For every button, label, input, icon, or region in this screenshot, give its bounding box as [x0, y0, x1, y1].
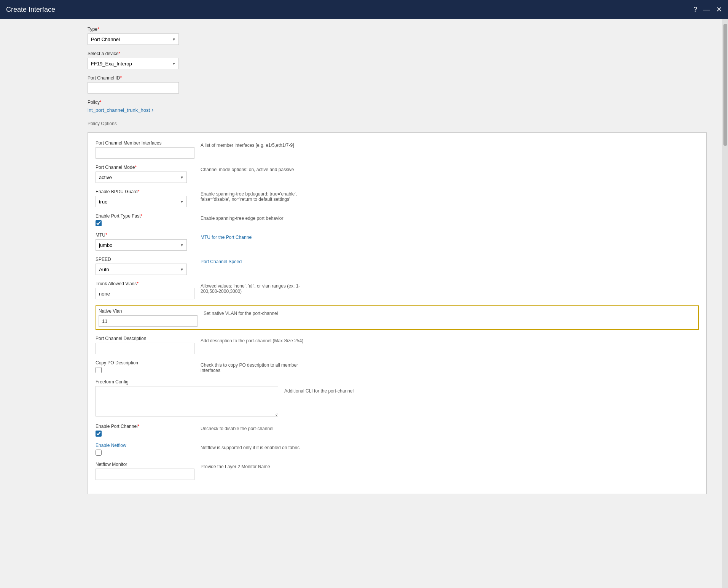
port-channel-mode-hint: Channel mode options: on, active and pas…	[201, 165, 315, 172]
enable-netflow-row: Enable Netflow Netflow is supported only…	[96, 443, 699, 456]
netflow-monitor-hint: Provide the Layer 2 Monitor Name	[201, 462, 315, 469]
bpdu-guard-label: Enable BPDU Guard*	[96, 189, 194, 194]
policy-options-row: Policy Options	[88, 119, 707, 126]
netflow-monitor-input[interactable]	[96, 469, 194, 480]
mtu-row: MTU* jumbo default 9216 1500 ▼ MTU for t…	[96, 232, 699, 251]
speed-wrapper[interactable]: Auto 100 1000 10000 40000 100000 ▼	[96, 264, 187, 275]
port-channel-description-hint: Add description to the port-channel (Max…	[201, 336, 315, 343]
port-channel-mode-left: Port Channel Mode* active on passive ▼	[96, 165, 194, 183]
bpdu-guard-select[interactable]: true false no	[96, 196, 187, 207]
bpdu-guard-left: Enable BPDU Guard* true false no ▼	[96, 189, 194, 207]
bpdu-guard-hint: Enable spanning-tree bpduguard: true='en…	[201, 189, 315, 202]
dialog-title: Create Interface	[6, 6, 55, 14]
enable-netflow-left: Enable Netflow	[96, 443, 194, 456]
enable-netflow-checkbox[interactable]	[96, 450, 102, 456]
port-type-fast-row: Enable Port Type Fast* Enable spanning-t…	[96, 213, 699, 226]
port-channel-mode-select[interactable]: active on passive	[96, 172, 187, 183]
policy-value-row: int_port_channel_trunk_host ›	[88, 106, 707, 113]
policy-field-row: Policy* int_port_channel_trunk_host ›	[88, 100, 707, 113]
enable-port-channel-hint: Uncheck to disable the port-channel	[201, 424, 315, 431]
title-bar: Create Interface ? — ✕	[0, 0, 728, 19]
copy-po-description-row: Copy PO Description Check this to copy P…	[96, 360, 699, 373]
type-select-wrapper[interactable]: Port Channel Ethernet Loopback SVI Subin…	[88, 33, 179, 45]
native-vlan-row: Native Vlan Set native VLAN for the port…	[96, 305, 699, 330]
native-vlan-left: Native Vlan	[99, 308, 198, 327]
mtu-wrapper[interactable]: jumbo default 9216 1500 ▼	[96, 239, 187, 251]
trunk-allowed-vlans-hint: Allowed values: 'none', 'all', or vlan r…	[201, 281, 315, 294]
port-type-fast-checkbox[interactable]	[96, 220, 102, 226]
port-channel-description-left: Port Channel Description	[96, 336, 194, 354]
port-channel-description-row: Port Channel Description Add description…	[96, 336, 699, 354]
bpdu-guard-row: Enable BPDU Guard* true false no ▼ Enabl…	[96, 189, 699, 207]
speed-select[interactable]: Auto 100 1000 10000 40000 100000	[96, 264, 187, 275]
speed-hint: Port Channel Speed	[201, 257, 315, 264]
port-channel-id-input[interactable]: 502	[88, 82, 179, 94]
close-icon[interactable]: ✕	[716, 5, 722, 14]
trunk-allowed-vlans-input[interactable]	[96, 288, 194, 299]
freeform-config-left: Freeform Config	[96, 379, 278, 418]
speed-row: SPEED Auto 100 1000 10000 40000 100000 ▼	[96, 257, 699, 275]
device-select[interactable]: FF19_Exa_Interop	[88, 58, 179, 69]
port-channel-id-row: Port Channel ID* 502	[88, 75, 707, 94]
enable-netflow-checkbox-wrapper[interactable]	[96, 450, 194, 456]
port-type-fast-hint: Enable spanning-tree edge port behavior	[201, 213, 315, 221]
form-container: Type* Port Channel Ethernet Loopback SVI…	[0, 19, 722, 588]
copy-po-description-checkbox[interactable]	[96, 367, 102, 373]
mtu-left: MTU* jumbo default 9216 1500 ▼	[96, 232, 194, 251]
mtu-label: MTU*	[96, 232, 194, 238]
device-select-wrapper[interactable]: FF19_Exa_Interop ▼	[88, 58, 179, 69]
netflow-monitor-left: Netflow Monitor	[96, 462, 194, 480]
inner-section: Port Channel Member Interfaces A list of…	[88, 132, 707, 494]
mtu-select[interactable]: jumbo default 9216 1500	[96, 239, 187, 251]
type-field-row: Type* Port Channel Ethernet Loopback SVI…	[88, 27, 707, 45]
mtu-hint: MTU for the Port Channel	[201, 232, 315, 240]
native-vlan-hint: Set native VLAN for the port-channel	[204, 308, 318, 316]
device-field-row: Select a device* FF19_Exa_Interop ▼	[88, 51, 707, 69]
scrollbar-thumb[interactable]	[723, 24, 727, 146]
member-interfaces-hint: A list of member interfaces [e.g. e1/5,e…	[201, 140, 315, 148]
native-vlan-input[interactable]	[99, 315, 198, 327]
enable-port-channel-checkbox-wrapper[interactable]	[96, 431, 194, 437]
speed-left: SPEED Auto 100 1000 10000 40000 100000 ▼	[96, 257, 194, 275]
main-content: Type* Port Channel Ethernet Loopback SVI…	[0, 19, 728, 588]
port-channel-mode-wrapper[interactable]: active on passive ▼	[96, 172, 187, 183]
port-type-fast-checkbox-wrapper[interactable]	[96, 220, 194, 226]
copy-po-description-label: Copy PO Description	[96, 360, 194, 366]
minimize-icon[interactable]: —	[703, 6, 710, 14]
speed-label: SPEED	[96, 257, 194, 262]
enable-port-channel-label: Enable Port Channel*	[96, 424, 194, 429]
member-interfaces-input[interactable]	[96, 147, 194, 159]
port-channel-mode-row: Port Channel Mode* active on passive ▼ C…	[96, 165, 699, 183]
title-bar-actions: ? — ✕	[693, 5, 722, 14]
trunk-allowed-vlans-left: Trunk Allowed Vlans*	[96, 281, 194, 299]
help-icon[interactable]: ?	[693, 6, 697, 14]
type-select[interactable]: Port Channel Ethernet Loopback SVI Subin…	[88, 33, 179, 45]
scrollbar[interactable]	[722, 19, 728, 588]
policy-link[interactable]: int_port_channel_trunk_host	[88, 107, 150, 113]
port-channel-description-input[interactable]	[96, 343, 194, 354]
enable-netflow-hint: Netflow is supported only if it is enabl…	[201, 443, 315, 450]
freeform-config-hint: Additional CLI for the port-channel	[284, 379, 398, 394]
copy-po-description-left: Copy PO Description	[96, 360, 194, 373]
native-vlan-label: Native Vlan	[99, 308, 198, 314]
trunk-allowed-vlans-row: Trunk Allowed Vlans* Allowed values: 'no…	[96, 281, 699, 299]
enable-port-channel-checkbox[interactable]	[96, 431, 102, 437]
port-type-fast-label: Enable Port Type Fast*	[96, 213, 194, 219]
policy-label: Policy*	[88, 100, 707, 105]
copy-po-description-hint: Check this to copy PO description to all…	[201, 360, 315, 373]
device-label: Select a device*	[88, 51, 707, 56]
netflow-monitor-row: Netflow Monitor Provide the Layer 2 Moni…	[96, 462, 699, 480]
enable-port-channel-left: Enable Port Channel*	[96, 424, 194, 437]
port-channel-mode-label: Port Channel Mode*	[96, 165, 194, 170]
type-label: Type*	[88, 27, 707, 32]
port-channel-id-label: Port Channel ID*	[88, 75, 707, 81]
freeform-config-label: Freeform Config	[96, 379, 278, 385]
port-channel-description-label: Port Channel Description	[96, 336, 194, 341]
member-interfaces-label: Port Channel Member Interfaces	[96, 140, 194, 146]
bpdu-guard-wrapper[interactable]: true false no ▼	[96, 196, 187, 207]
copy-po-description-checkbox-wrapper[interactable]	[96, 367, 194, 373]
trunk-allowed-vlans-label: Trunk Allowed Vlans*	[96, 281, 194, 286]
port-type-fast-left: Enable Port Type Fast*	[96, 213, 194, 226]
policy-options-link[interactable]: Policy Options	[88, 121, 117, 126]
freeform-config-textarea[interactable]	[96, 386, 278, 416]
